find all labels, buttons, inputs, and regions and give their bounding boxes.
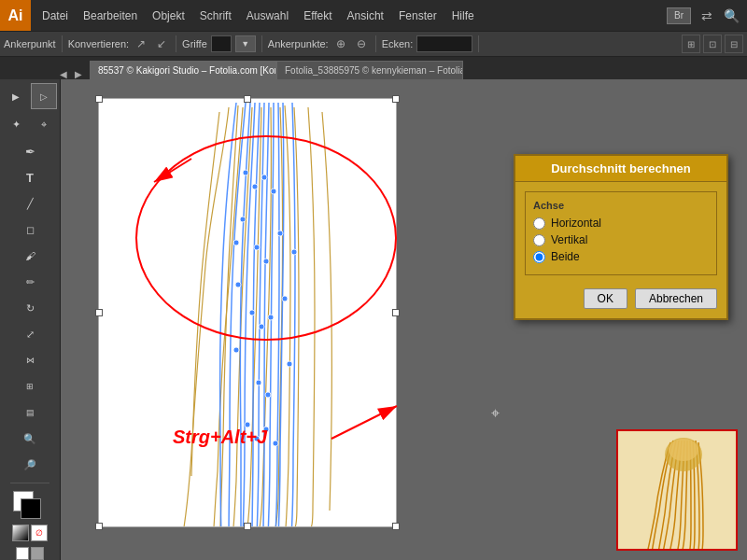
control-bar: Ankerpunkt Konvertieren: ↗ ↙ Griffe ▼ An…	[0, 31, 747, 57]
svg-point-1	[252, 184, 258, 189]
menu-datei[interactable]: Datei	[35, 0, 76, 31]
svg-point-8	[268, 315, 274, 320]
rect-tool[interactable]: ◻	[17, 217, 43, 242]
blend-tool[interactable]: ⋈	[17, 348, 43, 372]
arrange-icon3[interactable]: ⊟	[725, 35, 743, 53]
convert-icon2[interactable]: ↙	[153, 35, 170, 52]
svg-point-0	[243, 170, 248, 175]
toolbar-extra-btn1[interactable]: Br	[667, 7, 691, 24]
search-menu-icon[interactable]: 🔍	[723, 7, 740, 24]
tab-1[interactable]: 85537 © Kakigori Studio – Fotolia.com [K…	[90, 61, 276, 79]
paintbrush-tool[interactable]: 🖌	[17, 244, 43, 268]
ok-button[interactable]: OK	[584, 288, 627, 309]
tab-nav-right[interactable]: ▶	[71, 69, 86, 79]
menu-bearbeiten[interactable]: Bearbeiten	[76, 0, 145, 31]
line-tool[interactable]: ╱	[17, 191, 43, 216]
svg-point-3	[271, 189, 276, 194]
normal-mode[interactable]	[16, 547, 29, 560]
color-boxes	[13, 491, 47, 519]
tab-nav-left[interactable]: ◀	[56, 69, 71, 79]
svg-point-16	[277, 231, 283, 236]
svg-point-15	[240, 217, 246, 222]
achse-label: Achse	[533, 200, 709, 211]
vertikal-label: Vertikal	[551, 233, 587, 246]
griffe-label: Griffe	[182, 38, 207, 49]
cursor-indicator: ⌖	[491, 405, 500, 422]
gradient-tool[interactable]: ▤	[17, 400, 43, 425]
svg-point-7	[259, 324, 264, 329]
menu-items: Datei Bearbeiten Objekt Schrift Auswahl …	[35, 0, 482, 31]
beide-option: Beide	[533, 250, 709, 263]
griffe-input[interactable]	[211, 35, 232, 52]
lasso-tool[interactable]: ⌖	[31, 111, 57, 137]
horizontal-radio[interactable]	[533, 217, 545, 230]
direct-select-tool[interactable]: ▷	[31, 83, 57, 109]
svg-point-17	[235, 282, 241, 287]
svg-point-22	[233, 240, 239, 245]
ankerpunkte-icon2[interactable]: ⊖	[353, 35, 370, 52]
mesh-tool[interactable]: ⊞	[17, 374, 43, 399]
pen-tool[interactable]: ✒	[17, 139, 43, 163]
thumbnail-preview	[616, 429, 738, 551]
achse-group: Achse Horizontal Vertikal Beide	[525, 191, 717, 275]
ankerpunkte-icon1[interactable]: ⊕	[332, 35, 349, 52]
ecken-input[interactable]	[416, 35, 472, 52]
path-artwork	[98, 98, 397, 527]
dialog-buttons: OK Abbrechen	[525, 285, 717, 309]
tab-2[interactable]: Fotolia_53885975 © kennykieman – Fotolia…	[276, 61, 463, 79]
vertikal-radio[interactable]	[533, 234, 545, 246]
menu-fenster[interactable]: Fenster	[391, 0, 444, 31]
arrange-icon2[interactable]: ⊡	[703, 35, 722, 53]
menu-hilfe[interactable]: Hilfe	[444, 0, 482, 31]
horizontal-label: Horizontal	[551, 217, 601, 230]
ankerpunkt-label: Ankerpunkt	[4, 38, 56, 49]
divider5	[478, 35, 479, 52]
dialog-title: Durchschnitt berechnen	[515, 156, 726, 182]
none-icon[interactable]: ∅	[31, 525, 48, 541]
beide-radio[interactable]	[533, 251, 545, 263]
magic-wand-tool[interactable]: ✦	[3, 111, 29, 137]
left-toolbar: ▶ ▷ ✦ ⌖ ✒ T ╱ ◻ 🖌 ✏ ↻ ⤢ ⋈ ⊞ ▤ 🔍 🔎 ∅	[0, 79, 61, 560]
svg-point-2	[261, 175, 267, 180]
griffe-dropdown[interactable]: ▼	[235, 35, 256, 52]
app-logo: Ai	[0, 0, 31, 31]
text-tool[interactable]: T	[17, 165, 43, 189]
tab-bar: ◀ ▶ 85537 © Kakigori Studio – Fotolia.co…	[0, 57, 747, 79]
svg-point-14	[273, 441, 278, 446]
eyedropper-tool[interactable]: 🔍	[17, 427, 43, 451]
menu-auswahl[interactable]: Auswahl	[239, 0, 296, 31]
stroke-color[interactable]	[21, 498, 41, 519]
menu-schrift[interactable]: Schrift	[192, 0, 239, 31]
svg-point-18	[282, 296, 288, 301]
svg-point-4	[254, 245, 260, 250]
canvas-area: Strg+Alt+J Durchschnitt berechnen Achse …	[61, 79, 747, 560]
tab-1-label: 85537 © Kakigori Studio – Fotolia.com [K…	[98, 65, 276, 76]
svg-point-20	[287, 361, 292, 367]
shortcut-annotation: Strg+Alt+J	[173, 427, 267, 448]
horizontal-option: Horizontal	[533, 217, 709, 230]
svg-point-10	[265, 392, 271, 398]
divider3	[261, 35, 262, 52]
color-icon[interactable]	[12, 525, 29, 541]
menu-effekt[interactable]: Effekt	[296, 0, 339, 31]
convert-icon1[interactable]: ↗	[133, 35, 149, 52]
cancel-button[interactable]: Abbrechen	[635, 288, 717, 309]
svg-point-6	[249, 310, 255, 315]
ecken-label: Ecken:	[382, 38, 414, 49]
zoom-tool[interactable]: 🔎	[17, 453, 43, 477]
rotate-tool[interactable]: ↻	[17, 296, 43, 320]
arrange-icon1[interactable]: ⊞	[682, 35, 700, 53]
divider4	[375, 35, 376, 52]
svg-point-21	[291, 249, 297, 255]
preview-mode[interactable]	[31, 547, 44, 560]
konvertieren-label: Konvertieren:	[68, 38, 129, 49]
menu-ansicht[interactable]: Ansicht	[340, 0, 391, 31]
select-tool[interactable]: ▶	[3, 83, 29, 109]
vertikal-option: Vertikal	[533, 233, 709, 246]
svg-point-19	[233, 347, 239, 353]
menu-objekt[interactable]: Objekt	[145, 0, 192, 31]
sync-icon: ⇄	[698, 7, 715, 24]
scale-tool[interactable]: ⤢	[17, 322, 43, 346]
pencil-tool[interactable]: ✏	[17, 270, 43, 294]
divider2	[176, 35, 176, 52]
